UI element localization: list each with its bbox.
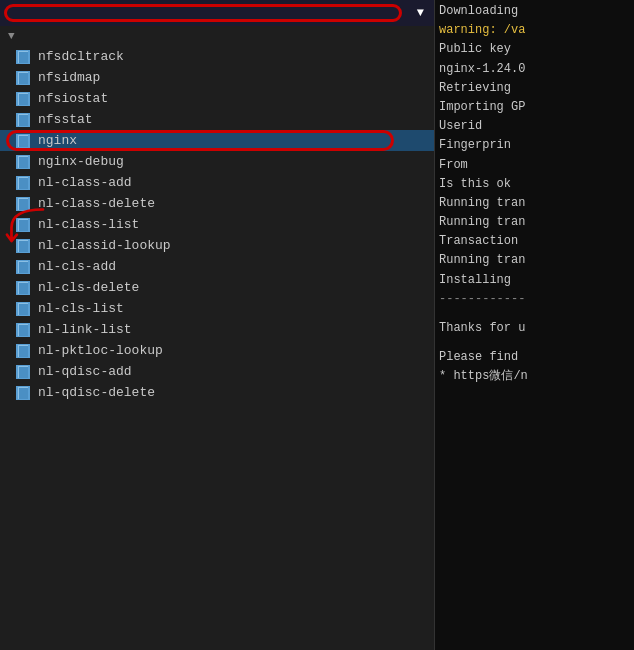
file-icon [16,134,30,148]
list-item[interactable]: nl-cls-add [0,256,434,277]
file-name: nl-classid-lookup [38,238,171,253]
file-icon [16,92,30,106]
collapse-arrow-icon: ▼ [8,30,15,42]
terminal-line: Running tran [439,213,630,232]
terminal-line: Public key [439,40,630,59]
list-item[interactable]: nfsdcltrack [0,46,434,67]
terminal-line: Userid [439,117,630,136]
file-icon [16,113,30,127]
terminal-line: ------------ [439,290,630,309]
terminal-line: Please find [439,348,630,367]
file-icon [16,302,30,316]
file-name: nl-cls-delete [38,280,139,295]
list-item[interactable]: nl-qdisc-add [0,361,434,382]
file-icon [16,281,30,295]
list-item[interactable]: nl-pktloc-lookup [0,340,434,361]
terminal-line: Running tran [439,194,630,213]
terminal-line: From [439,156,630,175]
file-browser-panel: ▼ ▼ nfsdcltracknfsidmapnfsiostatnfsstatn… [0,0,435,650]
file-name: nl-class-delete [38,196,155,211]
file-name: nfsiostat [38,91,108,106]
terminal-line: Running tran [439,251,630,270]
file-icon [16,218,30,232]
file-name: nl-qdisc-add [38,364,132,379]
file-name: nfsstat [38,112,93,127]
file-icon [16,260,30,274]
terminal-line: Fingerprin [439,136,630,155]
file-list: nfsdcltracknfsidmapnfsiostatnfsstatnginx… [0,46,434,650]
file-icon [16,323,30,337]
file-icon [16,50,30,64]
file-name: nginx-debug [38,154,124,169]
list-item[interactable]: nl-classid-lookup [0,235,434,256]
terminal-line: Transaction [439,232,630,251]
list-item[interactable]: nl-class-list [0,214,434,235]
list-item[interactable]: nl-class-delete [0,193,434,214]
list-item[interactable]: nl-class-add [0,172,434,193]
file-name: nl-class-list [38,217,139,232]
file-icon [16,386,30,400]
file-icon [16,197,30,211]
terminal-line: Downloading [439,2,630,21]
file-icon [16,71,30,85]
file-name: nfsidmap [38,70,100,85]
list-item[interactable]: nl-link-list [0,319,434,340]
file-icon [16,344,30,358]
file-name: nginx [38,133,77,148]
list-item[interactable]: nl-qdisc-delete [0,382,434,403]
list-item[interactable]: nfsidmap [0,67,434,88]
terminal-line: Thanks for u [439,319,630,338]
file-icon [16,176,30,190]
terminal-line: nginx-1.24.0 [439,60,630,79]
file-name: nfsdcltrack [38,49,124,64]
terminal-line [439,338,630,348]
terminal-line: * https微信/n [439,367,630,386]
terminal-line: Is this ok [439,175,630,194]
file-name: nl-class-add [38,175,132,190]
file-list-header: ▼ [0,26,434,46]
list-item[interactable]: nl-cls-list [0,298,434,319]
file-icon [16,239,30,253]
file-icon [16,155,30,169]
terminal-line: Importing GP [439,98,630,117]
terminal-line [439,309,630,319]
terminal-line: Installing [439,271,630,290]
list-item[interactable]: nl-cls-delete [0,277,434,298]
file-name: nl-qdisc-delete [38,385,155,400]
list-item[interactable]: nginx-debug [0,151,434,172]
file-name: nl-cls-add [38,259,116,274]
file-icon [16,365,30,379]
terminal-line: warning: /va [439,21,630,40]
chevron-down-icon: ▼ [417,6,424,20]
file-name: nl-link-list [38,322,132,337]
list-item[interactable]: nfsiostat [0,88,434,109]
list-item[interactable]: nginx [0,130,434,151]
terminal-panel: Downloadingwarning: /vaPublic keynginx-1… [435,0,634,650]
file-name: nl-pktloc-lookup [38,343,163,358]
terminal-line: Retrieving [439,79,630,98]
file-name: nl-cls-list [38,301,124,316]
path-bar[interactable]: ▼ [0,0,434,26]
list-item[interactable]: nfsstat [0,109,434,130]
